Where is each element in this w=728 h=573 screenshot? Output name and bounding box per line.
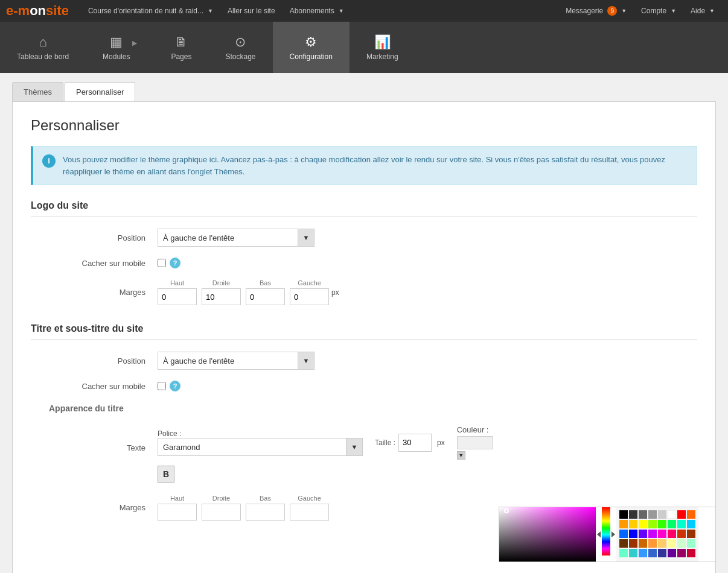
swatch-ccc[interactable] — [658, 510, 666, 519]
swatch-white[interactable] — [668, 510, 676, 519]
position-select-wrapper-2: À gauche de l'entête ▼ — [158, 352, 315, 370]
swatch-red[interactable] — [677, 510, 686, 519]
top-nav-right: Messagerie 9 ▼ Compte ▼ Aide ▼ — [558, 0, 722, 22]
cacher-mobile-help-btn[interactable]: ? — [170, 258, 180, 268]
main-nav: ⌂ Tableau de bord ▦ Modules ▶ 🗎 Pages ⊙ … — [0, 22, 728, 73]
site-name-nav[interactable]: Course d'orientation de nuit & raid... ▼ — [81, 0, 220, 22]
swatch-33ff00[interactable] — [658, 520, 666, 528]
taille-label: Taille : — [375, 438, 395, 447]
droite-input-2[interactable] — [202, 504, 241, 521]
swatch-ccffcc[interactable] — [677, 539, 686, 548]
aller-site-btn[interactable]: Aller sur le site — [220, 0, 283, 22]
swatch-00ccff[interactable] — [687, 520, 695, 528]
bold-button[interactable]: B — [158, 466, 174, 483]
swatch-66ffcc[interactable] — [619, 549, 628, 557]
police-select[interactable]: Garamond — [158, 438, 363, 456]
hue-strip[interactable] — [602, 507, 610, 556]
abonnements-btn[interactable]: Abonnements ▼ — [283, 0, 351, 22]
swatch-orange[interactable] — [687, 510, 695, 519]
haut-input-2[interactable] — [158, 504, 197, 521]
swatch-3399ff[interactable] — [639, 549, 647, 557]
position-select[interactable]: À gauche de l'entête — [158, 229, 315, 247]
position-select-wrapper: À gauche de l'entête ▼ — [158, 229, 315, 247]
swatch-ffff99[interactable] — [668, 539, 676, 548]
color-swatch-arrow[interactable]: ▼ — [457, 451, 465, 460]
swatch-ffcc00[interactable] — [629, 520, 637, 528]
nav-configuration[interactable]: ⚙ Configuration — [273, 22, 350, 73]
bas-label: Bas — [260, 279, 271, 286]
taille-input[interactable] — [398, 434, 432, 452]
nav-tableau-de-bord[interactable]: ⌂ Tableau de bord — [0, 22, 86, 73]
swatch-999[interactable] — [648, 510, 657, 519]
tab-themes[interactable]: Thèmes — [12, 82, 63, 101]
swatch-99ffcc[interactable] — [687, 539, 695, 548]
nav-stockage[interactable]: ⊙ Stockage — [208, 22, 272, 73]
droite-input[interactable] — [202, 288, 241, 305]
swatch-00ff66[interactable] — [668, 520, 676, 528]
margin-bas: Bas — [246, 279, 285, 305]
swatch-33cccc[interactable] — [629, 549, 637, 557]
marges-label: Marges — [49, 288, 158, 297]
info-text: Vous pouvez modifier le thème graphique … — [63, 154, 688, 177]
swatch-6600ff[interactable] — [639, 530, 647, 538]
swatch-ffff00[interactable] — [639, 520, 647, 528]
logo-section: Logo du site Position À gauche de l'entê… — [31, 200, 697, 305]
compte-btn[interactable]: Compte ▼ — [634, 0, 683, 22]
tabs: Thèmes Personnaliser — [12, 82, 716, 101]
cacher-mobile-checkbox-2[interactable] — [158, 382, 166, 390]
swatch-cc6600[interactable] — [639, 539, 647, 548]
margins-inputs: Haut Droite Bas Gauche — [158, 279, 339, 305]
swatch-00ffcc[interactable] — [677, 520, 686, 528]
haut-input[interactable] — [158, 288, 197, 305]
swatch-ff00cc[interactable] — [658, 530, 666, 538]
swatch-99ff00[interactable] — [648, 520, 657, 528]
swatch-ff9900[interactable] — [619, 520, 628, 528]
bas-input-2[interactable] — [246, 504, 285, 521]
swatch-ffcc66[interactable] — [658, 539, 666, 548]
swatch-cc3300[interactable] — [677, 530, 686, 538]
tab-personnaliser[interactable]: Personnaliser — [65, 82, 136, 101]
swatch-black[interactable] — [619, 510, 628, 519]
color-saturation-box[interactable] — [499, 507, 596, 562]
swatch-666[interactable] — [639, 510, 647, 519]
gauche-input-2[interactable] — [290, 504, 329, 521]
top-bar: e-monsite Course d'orientation de nuit &… — [0, 0, 728, 22]
swatch-333399[interactable] — [658, 549, 666, 557]
compte-chevron: ▼ — [671, 8, 676, 14]
swatch-990066[interactable] — [677, 549, 686, 557]
titre-section-title: Titre et sous-titre du site — [31, 323, 697, 340]
color-swatch[interactable] — [457, 436, 493, 449]
bas-input[interactable] — [246, 288, 285, 305]
swatch-ff0066[interactable] — [668, 530, 676, 538]
swatch-993300[interactable] — [687, 530, 695, 538]
margin-gauche-2: Gauche — [290, 495, 329, 521]
droite-label: Droite — [212, 279, 230, 286]
texte-row: Texte Police : Garamond ▼ — [31, 422, 697, 483]
swatch-0000ff[interactable] — [629, 530, 637, 538]
swatch-660099[interactable] — [668, 549, 676, 557]
stockage-icon: ⊙ — [235, 34, 246, 50]
cacher-mobile-row-2: Cacher sur mobile ? — [31, 381, 697, 391]
cacher-mobile-checkbox[interactable] — [158, 259, 166, 267]
page-title: Personnaliser — [31, 117, 697, 134]
nav-modules[interactable]: ▦ Modules ▶ — [86, 22, 154, 73]
info-box: i Vous pouvez modifier le thème graphiqu… — [31, 146, 697, 185]
messagerie-btn[interactable]: Messagerie 9 ▼ — [558, 0, 634, 22]
swatch-333[interactable] — [629, 510, 637, 519]
logo: e-monsite — [6, 3, 69, 19]
position-select-2[interactable]: À gauche de l'entête — [158, 352, 315, 370]
nav-marketing[interactable]: 📊 Marketing — [350, 22, 415, 73]
nav-pages[interactable]: 🗎 Pages — [154, 22, 208, 73]
swatch-ff9933[interactable] — [648, 539, 657, 548]
swatch-3366cc[interactable] — [648, 549, 657, 557]
swatch-cc0033[interactable] — [687, 549, 695, 557]
cacher-mobile-help-btn-2[interactable]: ? — [170, 381, 180, 391]
font-row: Police : Garamond ▼ Taille : — [158, 425, 493, 460]
police-label: Police : — [158, 429, 181, 438]
gauche-input[interactable] — [290, 288, 329, 305]
aide-btn[interactable]: Aide ▼ — [683, 0, 722, 22]
swatch-993300b[interactable] — [629, 539, 637, 548]
swatch-cc00ff[interactable] — [648, 530, 657, 538]
swatch-0066ff[interactable] — [619, 530, 628, 538]
swatch-663300[interactable] — [619, 539, 628, 548]
